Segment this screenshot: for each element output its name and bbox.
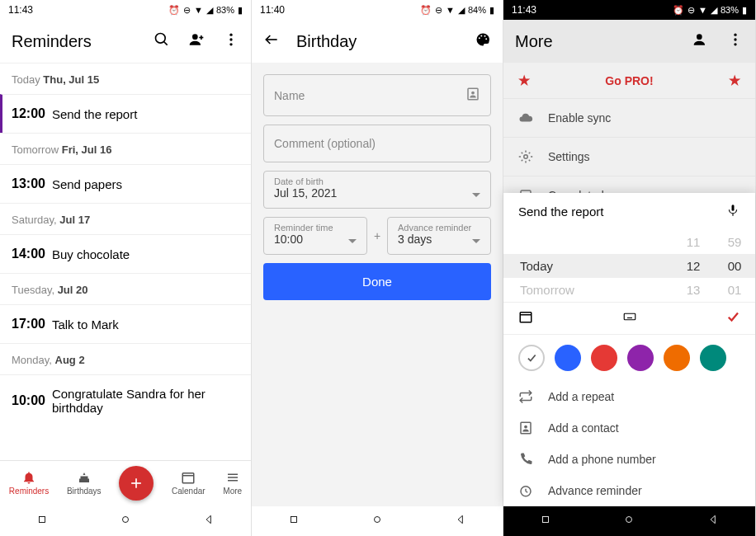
bottom-nav: Reminders Birthdays Calendar More [0,460,251,506]
topbar: Reminders [0,20,251,63]
reminder-time: 14:00 [12,247,45,261]
overflow-icon[interactable] [727,31,744,51]
section-header: Tomorrow Fri, Jul 16 [0,133,251,164]
battery-icon: ▮ [742,5,747,16]
svg-point-29 [734,43,736,45]
reminder-time-field[interactable]: Reminder time 10:00 [263,217,367,255]
calendar-icon [181,470,196,485]
back-icon[interactable] [455,514,466,529]
fab-add[interactable] [119,466,154,501]
add-person-icon[interactable] [692,31,709,51]
row-settings[interactable]: Settings [503,138,755,176]
back-icon[interactable] [203,514,215,529]
status-bar: 11:43 ⏰ ⊖ ▼ ◢ 83% ▮ [503,0,755,20]
keyboard-icon[interactable] [622,309,637,327]
option-add-repeat[interactable]: Add a repeat [503,381,755,412]
reminder-title[interactable]: Send the report [518,205,603,219]
recent-icon[interactable] [540,514,551,529]
option-add-phone[interactable]: Add a phone number [503,444,755,475]
plus-icon [128,475,144,491]
topbar: Birthday [252,20,503,63]
svg-point-20 [484,35,486,37]
dnd-icon: ⊖ [687,5,695,16]
svg-point-50 [626,517,632,523]
svg-point-25 [374,517,380,523]
recent-icon[interactable] [36,514,48,529]
color-red[interactable] [591,345,617,371]
plus-separator: + [367,229,387,242]
nav-more[interactable]: More [223,470,242,496]
svg-point-28 [734,38,736,40]
reminder-time: 12:00 [12,106,45,121]
home-icon[interactable] [623,514,635,529]
advance-reminder-field[interactable]: Advance reminder 3 days [387,217,491,255]
recent-icon[interactable] [288,514,300,529]
color-orange[interactable] [664,345,690,371]
page-title: Birthday [296,32,458,51]
system-nav [252,506,503,536]
svg-point-5 [229,34,232,36]
dob-field[interactable]: Date of birth Jul 15, 2021 [263,171,491,209]
alarm-icon: ⏰ [673,5,684,16]
reminder-text: Talk to Mark [52,317,119,331]
wifi-icon: ▼ [698,5,707,15]
svg-point-45 [524,426,527,429]
system-nav [503,506,755,536]
color-none[interactable] [518,345,545,371]
sheet-toolbar [503,302,755,335]
name-field[interactable]: Name [263,74,491,116]
calendar-picker-icon[interactable] [518,309,533,327]
nav-birthdays[interactable]: Birthdays [67,470,102,496]
signal-icon: ◢ [206,5,213,16]
option-advance-reminder[interactable]: Advance reminder [503,475,755,506]
reminder-row[interactable]: 13:00Send papers [0,164,251,203]
done-button[interactable]: Done [263,263,491,300]
nav-calendar[interactable]: Calendar [172,470,206,496]
chevron-down-icon [348,233,357,246]
home-icon[interactable] [120,514,131,529]
reminder-row[interactable]: 17:00Talk to Mark [0,304,251,343]
sheet-header: Send the report [503,193,755,230]
confirm-icon[interactable] [725,309,740,327]
reminder-text: Buy chocolate [52,247,130,261]
chevron-down-icon [472,233,480,246]
mic-icon[interactable] [725,203,740,220]
search-icon[interactable] [154,31,170,51]
svg-point-27 [734,34,736,36]
screen-birthday-form: 11:40 ⏰ ⊖ ▼ ◢ 84% ▮ Birthday Name Commen… [252,0,503,536]
status-icons: ⏰ ⊖ ▼ ◢ 83% ▮ [673,5,747,16]
star-icon: ★ [518,73,530,88]
option-add-contact[interactable]: Add a contact [503,412,755,444]
row-enable-sync[interactable]: Enable sync [503,99,755,138]
status-icons: ⏰ ⊖ ▼ ◢ 83% ▮ [168,5,243,16]
svg-point-6 [229,38,232,40]
contact-icon [518,421,533,435]
signal-icon: ◢ [711,5,717,16]
screen-more: 11:43 ⏰ ⊖ ▼ ◢ 83% ▮ More ★ Go PRO! ★ Ena… [503,0,756,536]
color-blue[interactable] [555,345,581,371]
system-nav [0,506,251,536]
datetime-picker[interactable]: 1159 Today1200 Tomorrow1301 [503,230,755,302]
contacts-icon[interactable] [465,87,480,104]
reminder-row[interactable]: 10:00Congratulate Sandra for her birthdd… [0,374,251,426]
reminder-edit-sheet: Send the report 1159 Today1200 Tomorrow1… [503,193,755,506]
palette-icon[interactable] [475,31,491,51]
comment-field[interactable]: Comment (optional) [263,125,491,162]
wifi-icon: ▼ [446,5,455,15]
color-teal[interactable] [700,345,726,371]
color-purple[interactable] [627,345,654,371]
reminder-row[interactable]: 12:00Send the report [0,94,251,133]
section-header: Today Thu, Jul 15 [0,63,251,94]
status-time: 11:43 [512,4,536,16]
nav-reminders[interactable]: Reminders [9,470,49,496]
home-icon[interactable] [371,514,383,529]
back-arrow-icon[interactable] [263,31,280,51]
overflow-icon[interactable] [223,31,239,51]
back-icon[interactable] [707,514,719,529]
add-person-icon[interactable] [188,31,205,51]
reminder-time: 10:00 [12,393,45,408]
reminder-row[interactable]: 14:00Buy chocolate [0,234,251,273]
svg-point-0 [156,34,166,44]
go-pro-row[interactable]: ★ Go PRO! ★ [503,63,755,99]
svg-point-23 [471,92,475,95]
